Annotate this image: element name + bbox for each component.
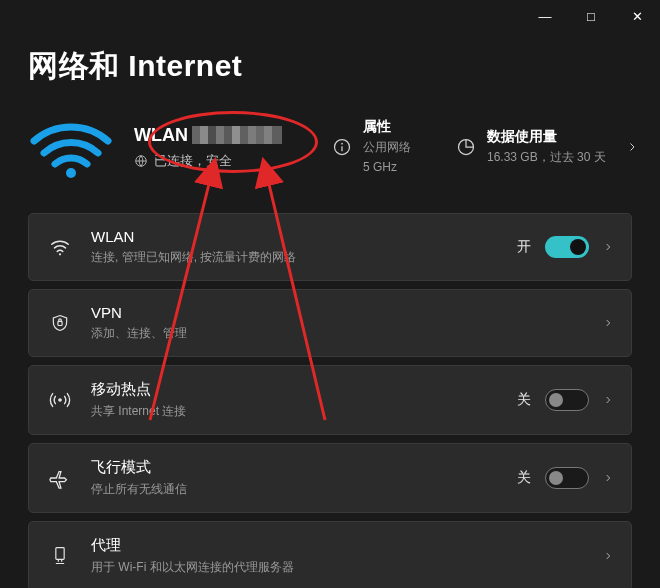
item-title: WLAN <box>91 228 296 245</box>
hotspot-icon <box>47 389 73 411</box>
network-hero: WLAN 已连接，安全 属性 公用网络 5 GHz <box>28 115 632 179</box>
item-title: 代理 <box>91 536 294 555</box>
properties-title: 属性 <box>363 118 411 136</box>
window-titlebar: — □ ✕ <box>522 0 660 32</box>
data-usage-title: 数据使用量 <box>487 128 606 146</box>
chevron-right-icon[interactable] <box>603 242 613 252</box>
ssid-prefix: WLAN <box>134 125 188 146</box>
properties-block[interactable]: 属性 公用网络 5 GHz <box>331 118 411 175</box>
toggle-state: 开 <box>517 238 531 256</box>
shield-icon <box>47 312 73 334</box>
toggle-state: 关 <box>517 469 531 487</box>
hotspot-toggle[interactable] <box>545 389 589 411</box>
airplane-icon <box>47 467 73 489</box>
svg-rect-9 <box>56 548 64 560</box>
wlan-toggle[interactable] <box>545 236 589 258</box>
svg-point-0 <box>66 168 76 178</box>
proxy-card[interactable]: 代理 用于 Wi-Fi 和以太网连接的代理服务器 <box>28 521 632 588</box>
chevron-right-icon[interactable] <box>603 551 613 561</box>
wlan-card[interactable]: WLAN 连接, 管理已知网络, 按流量计费的网络 开 <box>28 213 632 281</box>
chevron-right-icon[interactable] <box>626 141 638 153</box>
svg-rect-7 <box>58 321 62 325</box>
page-title: 网络和 Internet <box>28 46 632 87</box>
chevron-right-icon[interactable] <box>603 395 613 405</box>
item-sub: 共享 Internet 连接 <box>91 403 186 420</box>
svg-point-6 <box>59 253 61 255</box>
properties-sub1: 公用网络 <box>363 140 411 156</box>
minimize-button[interactable]: — <box>522 0 568 32</box>
info-icon <box>331 136 353 158</box>
vpn-card[interactable]: VPN 添加、连接、管理 <box>28 289 632 357</box>
item-sub: 连接, 管理已知网络, 按流量计费的网络 <box>91 249 296 266</box>
svg-point-4 <box>341 143 343 145</box>
item-sub: 添加、连接、管理 <box>91 325 187 342</box>
wifi-small-icon <box>47 236 73 258</box>
airplane-card[interactable]: 飞行模式 停止所有无线通信 关 <box>28 443 632 513</box>
current-network[interactable]: WLAN 已连接，安全 <box>134 125 299 170</box>
item-title: 移动热点 <box>91 380 186 399</box>
maximize-button[interactable]: □ <box>568 0 614 32</box>
item-sub: 停止所有无线通信 <box>91 481 187 498</box>
close-button[interactable]: ✕ <box>614 0 660 32</box>
data-usage-block[interactable]: 数据使用量 16.33 GB，过去 30 天 <box>455 128 606 166</box>
toggle-state: 关 <box>517 391 531 409</box>
properties-sub2: 5 GHz <box>363 160 411 176</box>
connection-status: 已连接，安全 <box>154 152 232 170</box>
chevron-right-icon[interactable] <box>603 318 613 328</box>
data-usage-sub: 16.33 GB，过去 30 天 <box>487 150 606 166</box>
airplane-toggle[interactable] <box>545 467 589 489</box>
item-title: VPN <box>91 304 187 321</box>
proxy-icon <box>47 545 73 567</box>
ssid-redacted <box>192 126 282 144</box>
item-title: 飞行模式 <box>91 458 187 477</box>
settings-list: WLAN 连接, 管理已知网络, 按流量计费的网络 开 VPN 添加、连接、管理 <box>28 213 632 588</box>
item-sub: 用于 Wi-Fi 和以太网连接的代理服务器 <box>91 559 294 576</box>
chevron-right-icon[interactable] <box>603 473 613 483</box>
globe-icon <box>134 154 148 168</box>
hotspot-card[interactable]: 移动热点 共享 Internet 连接 关 <box>28 365 632 435</box>
data-usage-icon <box>455 136 477 158</box>
svg-point-8 <box>58 398 62 402</box>
wifi-icon <box>28 115 114 179</box>
